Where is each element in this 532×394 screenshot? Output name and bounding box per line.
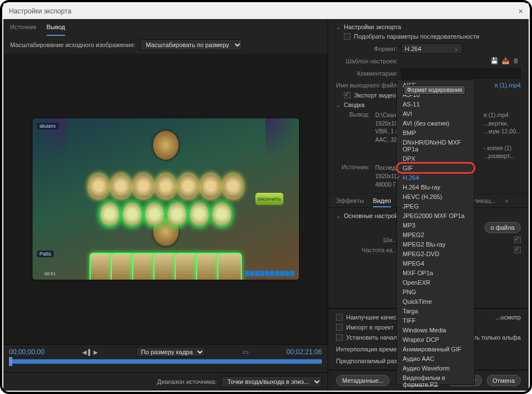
format-option[interactable]: AS-11 xyxy=(397,99,474,109)
format-option[interactable]: JPEG xyxy=(397,201,474,211)
timeline-scrubber[interactable] xyxy=(9,359,322,364)
format-option[interactable]: MPEG2 xyxy=(397,230,474,239)
format-option[interactable]: QuickTime xyxy=(397,296,474,306)
timeline: 00;00;00;00 ◀ ▌ ▶ По размеру кадра ▭ 00;… xyxy=(3,344,328,372)
format-option[interactable]: PNG xyxy=(397,287,474,296)
metadata-button[interactable]: Метаданные... xyxy=(336,375,390,386)
format-option[interactable]: GIF xyxy=(397,163,474,173)
format-dropdown-list[interactable]: AIFFAS-10AS-11AVIAVI (без сжатия)BMPDNxH… xyxy=(396,80,475,385)
playback-controls[interactable]: ◀ ▌ ▶ xyxy=(82,349,99,355)
width-label: Ши... xyxy=(336,237,398,243)
window-title: Настройки экспорта xyxy=(9,7,71,15)
summary-output-label: Вывод: xyxy=(336,111,370,118)
best-quality-checkbox[interactable] xyxy=(336,314,343,321)
export-settings-header[interactable]: Настройки экспорта xyxy=(336,22,521,31)
src-range-select[interactable]: Точки входа/выхода в эпиз... xyxy=(221,376,322,387)
comments-input[interactable] xyxy=(401,68,521,78)
format-option[interactable]: AVI xyxy=(397,109,474,118)
format-option[interactable]: JPEG2000 MXF OP1a xyxy=(397,211,474,220)
export-video-label: Экспорт видео xyxy=(354,92,396,99)
format-tooltip: Формат кодирования xyxy=(404,85,465,95)
timecode-in[interactable]: 00;00;00;00 xyxy=(9,348,44,356)
format-option[interactable]: Аудио AAC xyxy=(397,354,474,363)
framerate-label: Частота ка... xyxy=(336,247,398,253)
timecode-out[interactable]: 00;02;21;06 xyxy=(287,348,322,356)
hero-top-portrait xyxy=(153,131,179,160)
preset-save-icon[interactable]: 💾 xyxy=(491,57,498,65)
format-option[interactable]: Wraptor DCP xyxy=(397,335,474,344)
preset-delete-icon[interactable]: 🗑 xyxy=(513,57,521,65)
tab-video[interactable]: Видео xyxy=(373,197,391,207)
left-panel: Источник Вывод Масштабирование исходного… xyxy=(3,19,328,391)
format-option[interactable]: Видеофильм в формате P2 xyxy=(397,373,474,389)
format-option[interactable]: TIFF xyxy=(397,316,474,325)
aspect-icon[interactable]: ▭ xyxy=(242,348,249,356)
format-option[interactable]: Targa xyxy=(397,306,474,316)
tab-source[interactable]: Источник xyxy=(10,24,36,36)
fit-select[interactable]: По размеру кадра xyxy=(136,347,205,357)
format-option[interactable]: BMP xyxy=(397,128,474,137)
format-option[interactable]: MPEG4 xyxy=(397,258,474,268)
format-option[interactable]: Аудио Waveform xyxy=(397,363,474,373)
format-option[interactable]: Windows Media xyxy=(397,325,474,335)
export-video-checkbox[interactable] xyxy=(344,92,351,99)
outname-label: Имя выходного файла: xyxy=(336,82,402,89)
summary-truncated: я (1).mp4 ...вертки, ...мум 12,00... - к… xyxy=(474,111,521,160)
preview-timer: 00:51 xyxy=(45,271,56,276)
format-label: Формат: xyxy=(336,45,398,52)
source-output-tabs: Источник Вывод xyxy=(3,19,328,36)
match-sequence-label: Подобрать параметры последовательности xyxy=(354,33,479,40)
preset-import-icon[interactable]: 📥 xyxy=(502,57,510,65)
format-option[interactable]: OpenEXR xyxy=(397,277,474,287)
video-preview[interactable]: skuterx Patts ЗАКОНЧИТЬ xyxy=(32,118,300,280)
scale-select[interactable]: Масштабировать по размеру xyxy=(140,39,242,50)
format-option[interactable]: HEVC (H.265) xyxy=(397,192,474,201)
player-top-name: skuterx xyxy=(37,123,59,129)
format-option[interactable]: H.264 xyxy=(397,173,474,182)
summary-source-label: Источник: xyxy=(336,164,370,170)
player-bottom-name: Patts xyxy=(37,251,54,257)
close-icon[interactable]: × xyxy=(519,7,523,16)
format-option[interactable]: MP3 xyxy=(397,220,474,230)
preset-label: Шаблон настроек: xyxy=(336,58,398,64)
cancel-button[interactable]: Отмена xyxy=(487,375,521,386)
format-option[interactable]: DPX xyxy=(397,154,474,163)
tabs-overflow-icon[interactable]: » xyxy=(505,197,508,207)
import-project-label: Импорт в проект xyxy=(346,324,394,331)
format-dropdown[interactable]: H.264⌄ xyxy=(401,43,463,54)
outname-value[interactable]: я (1).mp4 xyxy=(494,82,521,89)
format-option[interactable]: H.264 Blu-ray xyxy=(397,182,474,192)
framerate-checkbox[interactable] xyxy=(514,247,521,253)
match-sequence-checkbox[interactable] xyxy=(344,33,351,40)
format-option[interactable]: AVI (без сжатия) xyxy=(397,118,474,128)
format-option[interactable]: MPEG2 Blu-ray xyxy=(397,239,474,249)
format-option[interactable]: DNxHR/DNxHD MXF OP1a xyxy=(397,137,474,154)
end-turn-button: ЗАКОНЧИТЬ xyxy=(255,193,283,205)
import-project-checkbox[interactable] xyxy=(336,324,343,331)
scale-label: Масштабирование исходного изображения: xyxy=(10,41,136,48)
tab-effects[interactable]: Эффекты xyxy=(336,197,364,207)
width-checkbox[interactable] xyxy=(514,237,521,243)
set-tc-checkbox[interactable] xyxy=(336,334,343,341)
match-file-button[interactable]: о файла xyxy=(484,222,521,233)
format-option[interactable]: MPEG2-DVD xyxy=(397,249,474,258)
src-range-label: Диапазон источника: xyxy=(157,378,217,385)
format-option[interactable]: Анимированный GIF xyxy=(397,344,474,354)
titlebar: Настройки экспорта × xyxy=(3,3,529,19)
interp-label: Интерполяция времени: xyxy=(336,346,405,353)
format-option[interactable]: MXF OP1a xyxy=(397,268,474,277)
preview-area: skuterx Patts ЗАКОНЧИТЬ xyxy=(3,54,328,344)
comments-label: Комментарии: xyxy=(336,70,398,77)
tab-output[interactable]: Вывод xyxy=(46,24,65,36)
